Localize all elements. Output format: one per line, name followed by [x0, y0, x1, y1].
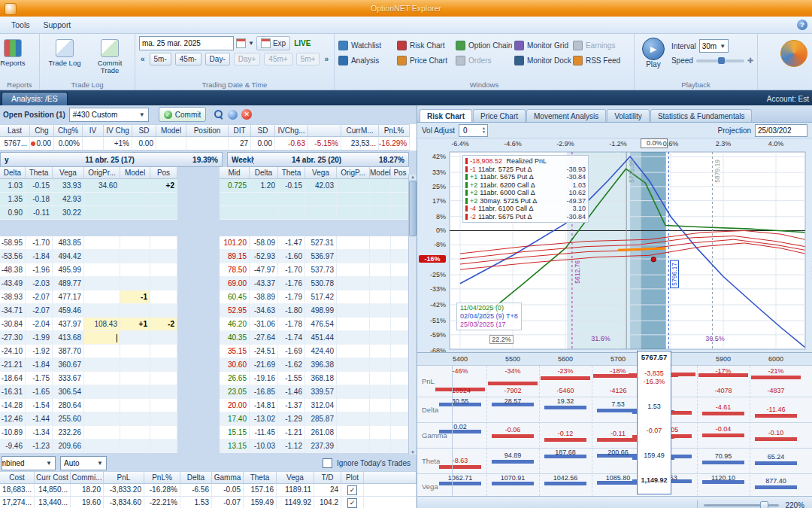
open-position-label: Open Position (1)	[3, 111, 65, 119]
chain-row[interactable]: -30.84-2.04437.97108.43+1-246.20-31.06-1…	[0, 318, 417, 331]
risk-chart-panel: Risk ChartPrice ChartMovement AnalysisVo…	[417, 105, 812, 508]
nav-fast-fwd-icon[interactable]: »	[323, 55, 330, 63]
window-button-monitor-grid[interactable]: Monitor Grid	[514, 38, 571, 52]
totals-cell: 18.20	[71, 484, 104, 497]
move-axis-label: 4.0%	[763, 140, 789, 148]
greeks-bar	[541, 376, 590, 380]
zoom-slider-thumb[interactable]	[760, 501, 768, 508]
refresh-icon[interactable]	[228, 110, 238, 120]
window-button-price-chart[interactable]: Price Chart	[397, 53, 454, 67]
price-chart-icon	[397, 56, 407, 65]
date-dropdown-icon[interactable]: ▼	[248, 40, 254, 47]
trading-date-input[interactable]: ma. 25 mar. 2025	[139, 36, 234, 50]
chain-row[interactable]: -48.38-1.96495.9978.50-47.97-1.70537.73	[0, 263, 417, 277]
chain-row[interactable]: -27.30-1.99413.6840.35-27.64-1.74451.44	[0, 331, 417, 345]
legend-row: +111abr. 5675 Put Δ-30.84	[465, 173, 586, 181]
summary-value-cell: 0.00%	[54, 137, 83, 151]
current-pnl-axis-badge: -16%	[419, 255, 446, 263]
position-header: Open Position (1) #430 Custom▼ ✓ Commit …	[0, 105, 417, 123]
current-gamma: -0.07	[638, 427, 671, 434]
chain-row[interactable]: -9.46-1.23209.6613.15-10.03-1.12237.39	[0, 440, 417, 453]
plot-checkbox[interactable]	[347, 498, 357, 508]
chain-row[interactable]: -21.21-1.84360.6730.60-21.69-1.62396.38	[0, 358, 417, 372]
risk-chart-plot[interactable]: 42%33%25%17%8%0%-8%-16%-25%-33%-42%-51%-…	[417, 149, 812, 352]
scroll-up-icon[interactable]: ▲	[411, 175, 415, 179]
display-mode-select[interactable]: Combined▼	[2, 456, 56, 470]
menu-item-tools[interactable]: Tools	[5, 19, 37, 31]
chain-row[interactable]: -14.28-1.54280.6420.00-14.81-1.37312.04	[0, 399, 417, 412]
chain-row[interactable]: -18.64-1.75333.6726.65-19.16-1.55368.18	[0, 372, 417, 385]
chain-row[interactable]: 1.03-0.1533.9334.60+20.7251.20-0.1542.03	[0, 179, 417, 193]
speed-slider[interactable]	[696, 59, 744, 62]
tab-volatility[interactable]: Volatility	[607, 109, 650, 122]
zoom-slider[interactable]	[704, 504, 779, 506]
window-button-option-chain[interactable]: Option Chain	[456, 38, 513, 52]
chain-row[interactable]: -38.93-2.07477.17-160.45-38.89-1.79517.4…	[0, 291, 417, 304]
commit-trade-button[interactable]: Commit Trade	[89, 36, 131, 79]
chain-row[interactable]: -58.95-1.70483.85101.20-58.09-1.47527.31	[0, 236, 417, 250]
nav-5m-[interactable]: 5m-	[150, 53, 171, 65]
nav-day-[interactable]: Day-	[205, 53, 230, 65]
window-button-watchlist[interactable]: Watchlist	[338, 38, 395, 52]
window-button-monitor-dock[interactable]: Monitor Dock	[514, 53, 571, 67]
ignore-trades-checkbox[interactable]	[323, 458, 332, 468]
reports-button[interactable]: Reports	[0, 36, 34, 79]
window-button-rss-feed[interactable]: RSS Feed	[573, 53, 630, 67]
nav-45m-[interactable]: 45m-	[175, 53, 201, 65]
strategy-select[interactable]: #430 Custom▼	[69, 108, 149, 122]
expiration-header-right[interactable]: Weekly 14 abr. 25 (20) 18.27%	[227, 152, 409, 167]
expiration-header-left[interactable]: y 11 abr. 25 (17) 19.39%	[0, 152, 223, 167]
zoom-in-icon[interactable]	[214, 110, 224, 120]
tab-risk-chart[interactable]: Risk Chart	[420, 109, 472, 122]
menu-item-support[interactable]: Support	[37, 19, 78, 31]
legend-marker-icon	[465, 190, 468, 196]
window-button-risk-chart[interactable]: Risk Chart	[397, 38, 454, 52]
commit-button[interactable]: ✓ Commit	[159, 107, 206, 122]
close-position-icon[interactable]: ✕	[241, 109, 252, 120]
nav-fast-back-icon[interactable]: «	[139, 55, 147, 63]
exp-calendar-icon	[261, 38, 271, 48]
totals-cell: 24	[314, 484, 341, 497]
pnl-axis-label: -33%	[420, 285, 446, 293]
summary-header-cell: SD	[132, 124, 156, 137]
current-pnl: -3,835	[638, 370, 671, 377]
chain-row[interactable]: -53.56-1.84494.4289.15-52.93-1.60536.97	[0, 250, 417, 263]
tab-movement-analysis[interactable]: Movement Analysis	[526, 109, 606, 122]
chain-header-cell: Delta	[250, 167, 278, 179]
iv-right: 18.27%	[379, 156, 404, 164]
calendar-icon[interactable]	[236, 38, 246, 48]
help-icon[interactable]: ?	[797, 20, 807, 30]
chain-row[interactable]: -16.31-1.65306.5423.05-16.85-1.46339.57	[0, 385, 417, 399]
tab-analysis-es[interactable]: Analysis: /ES	[2, 92, 68, 105]
chain-row[interactable]: -24.10-1.92387.7035.15-24.51-1.69424.40	[0, 345, 417, 358]
tab-statistics-fundamentals[interactable]: Statistics & Fundamentals	[650, 109, 753, 122]
move-axis-label: 0.6%	[658, 140, 683, 148]
chain-row[interactable]: -10.89-1.34232.2615.15-11.45-1.21261.08	[0, 426, 417, 440]
speed-plus-icon[interactable]: ✚	[747, 56, 753, 65]
scroll-thumb[interactable]	[409, 181, 417, 236]
chain-row[interactable]: -34.71-2.07459.4652.95-34.63-1.80498.99	[0, 304, 417, 318]
plot-checkbox[interactable]	[347, 485, 357, 495]
chain-row[interactable]: 1.35-0.1842.93	[0, 193, 417, 206]
chain-scrollbar[interactable]: ▲ ▼	[408, 175, 417, 455]
vol-adjust-spinner[interactable]: 0 ▲▼	[459, 124, 488, 137]
scroll-down-icon[interactable]: ▼	[411, 450, 415, 455]
interval-select[interactable]: 30m▼	[699, 39, 729, 53]
trade-log-button[interactable]: Trade Log	[44, 36, 86, 79]
legend-row: +211abr. 6200 Call Δ1.03	[465, 181, 586, 190]
totals-cell: 17,274...	[0, 497, 35, 508]
current-price-column: 5767.57 -3,835 -16.3% 1.53 -0.07 159.49 …	[637, 351, 671, 494]
play-button[interactable]: ▶	[642, 38, 665, 60]
tab-price-chart[interactable]: Price Chart	[473, 109, 526, 122]
auto-select[interactable]: Auto▼	[60, 456, 107, 470]
chain-row[interactable]: -12.46-1.44255.6017.40-13.02-1.29285.87	[0, 412, 417, 426]
legend-row: -211abr. 5675 Put Δ-30.84	[465, 213, 586, 221]
chain-row[interactable]: 0.90-0.1130.22	[0, 206, 417, 220]
totals-header-cell: Cost	[0, 471, 35, 484]
pnl-axis-label: 17%	[420, 197, 446, 205]
price-line-label: 5612.76	[574, 260, 581, 284]
projection-date-input[interactable]: 25/03/202	[755, 124, 807, 137]
window-button-analysis[interactable]: Analysis	[338, 53, 395, 67]
chain-row[interactable]: -43.49-2.03489.7769.00-43.37-1.76530.78	[0, 277, 417, 291]
exp-button[interactable]: Exp	[256, 36, 290, 50]
